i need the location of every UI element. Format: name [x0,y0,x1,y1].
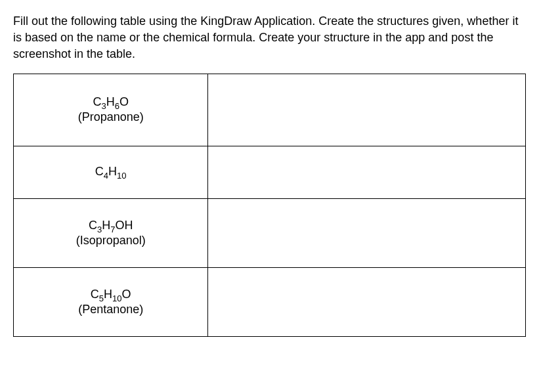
chemical-name: (Isopropanol) [14,234,207,248]
structure-cell[interactable] [208,74,526,146]
chemistry-table: C3H6O (Propanone) C4H10 C3H7OH (Isopropa… [13,74,526,337]
structure-cell[interactable] [208,198,526,267]
table-row: C3H6O (Propanone) [14,74,526,146]
formula-cell: C3H6O (Propanone) [14,74,208,146]
table-row: C5H10O (Pentanone) [14,267,526,336]
structure-cell[interactable] [208,146,526,198]
chemical-formula: C4H10 [14,165,207,179]
formula-cell: C3H7OH (Isopropanol) [14,198,208,267]
formula-cell: C5H10O (Pentanone) [14,267,208,336]
instructions-text: Fill out the following table using the K… [13,13,526,63]
formula-cell: C4H10 [14,146,208,198]
table-row: C3H7OH (Isopropanol) [14,198,526,267]
table-row: C4H10 [14,146,526,198]
chemical-formula: C3H6O [14,95,207,109]
structure-cell[interactable] [208,267,526,336]
chemical-formula: C3H7OH [14,219,207,232]
chemical-formula: C5H10O [14,288,207,301]
chemical-name: (Pentanone) [14,303,207,316]
chemical-name: (Propanone) [14,110,207,124]
